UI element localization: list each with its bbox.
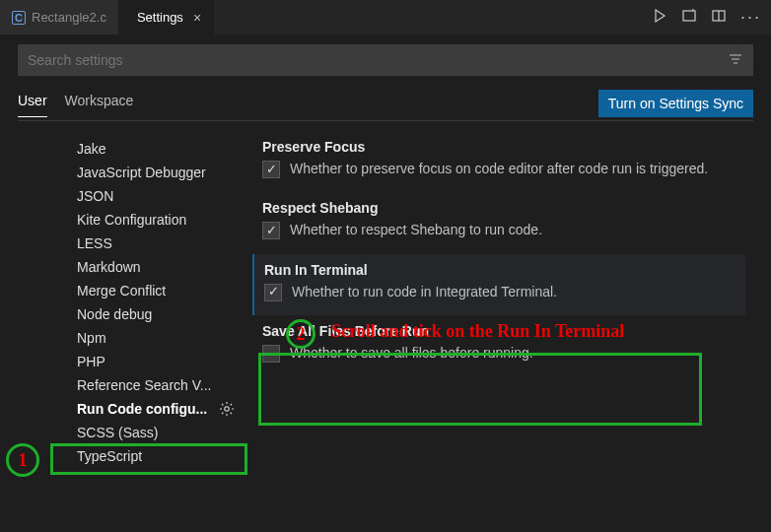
tab-label: Settings xyxy=(137,10,183,25)
toc-item[interactable]: JSON xyxy=(77,184,235,208)
toc-item[interactable]: Node debug xyxy=(77,302,235,326)
settings-content: Jake JavaScript Debugger JSON Kite Confi… xyxy=(18,131,753,532)
toc-item-run-code-config[interactable]: Run Code configu... xyxy=(77,397,235,421)
setting-description: Whether to respect Shebang to run code. xyxy=(290,220,542,239)
svg-point-12 xyxy=(225,407,229,411)
checkbox-respect-shebang[interactable] xyxy=(262,222,280,239)
toc-item[interactable]: Jake xyxy=(77,137,235,161)
setting-preserve-focus: Preserve Focus Whether to preserve focus… xyxy=(252,131,745,192)
close-icon[interactable]: × xyxy=(193,10,201,26)
setting-title: Preserve Focus xyxy=(262,139,736,155)
scope-user[interactable]: User xyxy=(18,93,47,117)
scope-row: User Workspace Turn on Settings Sync xyxy=(18,90,753,121)
toc-item[interactable]: PHP xyxy=(77,350,235,373)
settings-list: Preserve Focus Whether to preserve focus… xyxy=(235,131,753,532)
run-icon[interactable] xyxy=(652,8,667,27)
settings-toc: Jake JavaScript Debugger JSON Kite Confi… xyxy=(18,131,235,532)
settings-editor: User Workspace Turn on Settings Sync Jak… xyxy=(0,34,771,532)
filter-icon[interactable] xyxy=(728,51,743,70)
setting-description: Whether to run code in Integrated Termin… xyxy=(292,282,557,301)
scope-workspace[interactable]: Workspace xyxy=(65,93,134,117)
toc-item[interactable]: TypeScript xyxy=(77,444,235,468)
more-icon[interactable]: ··· xyxy=(740,7,761,28)
setting-save-all-before-run: Save All Files Before Run Whether to sav… xyxy=(252,315,745,376)
title-actions: ··· xyxy=(642,0,771,34)
tab-settings[interactable]: Settings × xyxy=(119,0,214,34)
checkbox-run-in-terminal[interactable] xyxy=(264,284,282,301)
settings-search[interactable] xyxy=(18,44,753,76)
layout-icon[interactable] xyxy=(711,8,727,27)
toc-item[interactable]: Reference Search V... xyxy=(77,373,235,397)
scope-tabs: User Workspace xyxy=(18,93,133,117)
toc-item[interactable]: JavaScript Debugger xyxy=(77,161,235,184)
tab-label: Rectangle2.c xyxy=(32,10,106,25)
tab-file-rectangle2[interactable]: C Rectangle2.c xyxy=(0,0,119,34)
svg-rect-6 xyxy=(683,11,695,21)
split-icon[interactable] xyxy=(681,8,697,27)
toc-item[interactable]: Kite Configuration xyxy=(77,208,235,232)
setting-run-in-terminal: Run In Terminal Whether to run code in I… xyxy=(252,254,745,315)
settings-sync-button[interactable]: Turn on Settings Sync xyxy=(598,90,753,117)
setting-description: Whether to preserve focus on code editor… xyxy=(290,159,708,178)
c-file-icon: C xyxy=(12,11,26,25)
toc-item[interactable]: Markdown xyxy=(77,255,235,279)
toc-item[interactable]: SCSS (Sass) xyxy=(77,421,235,444)
checkbox-preserve-focus[interactable] xyxy=(262,161,280,178)
setting-title: Run In Terminal xyxy=(264,262,736,278)
setting-description: Whether to save all files before running… xyxy=(290,343,533,363)
setting-title: Respect Shebang xyxy=(262,200,736,216)
search-input[interactable] xyxy=(28,52,728,68)
tab-bar: C Rectangle2.c Settings × ··· xyxy=(0,0,771,34)
tabs-group: C Rectangle2.c Settings × xyxy=(0,0,214,34)
toc-item[interactable]: Merge Conflict xyxy=(77,279,235,302)
toc-item-label: Run Code configu... xyxy=(77,401,207,417)
gear-icon[interactable] xyxy=(219,401,235,417)
toc-item[interactable]: LESS xyxy=(77,232,235,255)
checkbox-save-all[interactable] xyxy=(262,345,280,363)
setting-title: Save All Files Before Run xyxy=(262,323,736,339)
setting-respect-shebang: Respect Shebang Whether to respect Sheba… xyxy=(252,192,745,253)
toc-item[interactable]: Npm xyxy=(77,326,235,350)
